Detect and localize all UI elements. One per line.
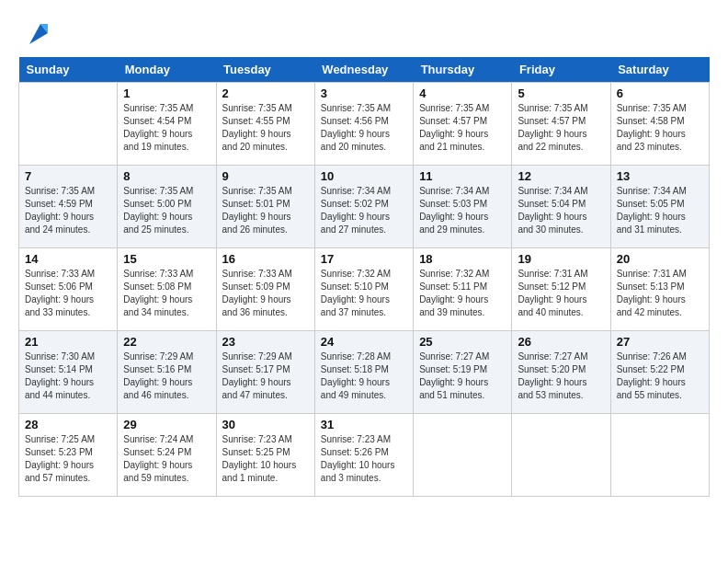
day-number: 29 xyxy=(123,418,210,431)
cell-sun-info: Sunrise: 7:33 AMSunset: 5:09 PMDaylight:… xyxy=(222,268,309,319)
calendar-cell: 21Sunrise: 7:30 AMSunset: 5:14 PMDayligh… xyxy=(19,331,118,414)
logo xyxy=(18,18,50,48)
calendar-week-row: 28Sunrise: 7:25 AMSunset: 5:23 PMDayligh… xyxy=(19,414,710,497)
day-number: 7 xyxy=(25,169,111,183)
cell-sun-info: Sunrise: 7:35 AMSunset: 5:00 PMDaylight:… xyxy=(123,185,210,236)
cell-sun-info: Sunrise: 7:35 AMSunset: 4:57 PMDaylight:… xyxy=(419,102,506,154)
calendar-cell: 17Sunrise: 7:32 AMSunset: 5:10 PMDayligh… xyxy=(314,248,413,331)
calendar-cell xyxy=(610,414,709,497)
cell-sun-info: Sunrise: 7:24 AMSunset: 5:24 PMDaylight:… xyxy=(123,433,210,485)
calendar-cell: 23Sunrise: 7:29 AMSunset: 5:17 PMDayligh… xyxy=(216,331,314,414)
day-number: 5 xyxy=(518,86,604,100)
calendar-cell: 8Sunrise: 7:35 AMSunset: 5:00 PMDaylight… xyxy=(118,166,216,248)
day-number: 1 xyxy=(123,86,210,100)
calendar-cell: 2Sunrise: 7:35 AMSunset: 4:55 PMDaylight… xyxy=(216,83,314,166)
calendar-cell: 19Sunrise: 7:31 AMSunset: 5:12 PMDayligh… xyxy=(512,248,610,331)
calendar-cell: 25Sunrise: 7:27 AMSunset: 5:19 PMDayligh… xyxy=(414,331,512,414)
weekday-header-monday: Monday xyxy=(118,57,216,83)
day-number: 24 xyxy=(321,335,407,349)
day-number: 25 xyxy=(419,335,506,349)
calendar-cell: 16Sunrise: 7:33 AMSunset: 5:09 PMDayligh… xyxy=(216,248,314,331)
day-number: 18 xyxy=(419,252,506,266)
day-number: 28 xyxy=(25,418,111,431)
cell-sun-info: Sunrise: 7:34 AMSunset: 5:04 PMDaylight:… xyxy=(518,185,604,236)
day-number: 9 xyxy=(222,169,309,183)
cell-sun-info: Sunrise: 7:35 AMSunset: 4:57 PMDaylight:… xyxy=(518,102,604,154)
calendar-cell: 31Sunrise: 7:23 AMSunset: 5:26 PMDayligh… xyxy=(314,414,413,497)
cell-sun-info: Sunrise: 7:35 AMSunset: 4:55 PMDaylight:… xyxy=(222,102,309,154)
calendar-cell: 22Sunrise: 7:29 AMSunset: 5:16 PMDayligh… xyxy=(118,331,216,414)
logo-icon xyxy=(20,18,50,48)
calendar-cell xyxy=(414,414,512,497)
cell-sun-info: Sunrise: 7:31 AMSunset: 5:12 PMDaylight:… xyxy=(518,268,604,319)
weekday-header-row: SundayMondayTuesdayWednesdayThursdayFrid… xyxy=(19,57,710,83)
calendar-cell: 29Sunrise: 7:24 AMSunset: 5:24 PMDayligh… xyxy=(118,414,216,497)
calendar-week-row: 14Sunrise: 7:33 AMSunset: 5:06 PMDayligh… xyxy=(19,248,710,331)
day-number: 10 xyxy=(321,169,407,183)
weekday-header-saturday: Saturday xyxy=(610,57,709,83)
cell-sun-info: Sunrise: 7:34 AMSunset: 5:05 PMDaylight:… xyxy=(617,185,703,236)
calendar-table: SundayMondayTuesdayWednesdayThursdayFrid… xyxy=(18,57,710,497)
calendar-cell: 6Sunrise: 7:35 AMSunset: 4:58 PMDaylight… xyxy=(610,83,709,166)
day-number: 15 xyxy=(123,252,210,266)
day-number: 27 xyxy=(617,335,703,349)
weekday-header-sunday: Sunday xyxy=(19,57,118,83)
day-number: 30 xyxy=(222,418,309,431)
calendar-cell xyxy=(19,83,118,166)
calendar-week-row: 7Sunrise: 7:35 AMSunset: 4:59 PMDaylight… xyxy=(19,166,710,248)
calendar-cell: 20Sunrise: 7:31 AMSunset: 5:13 PMDayligh… xyxy=(610,248,709,331)
calendar-cell: 28Sunrise: 7:25 AMSunset: 5:23 PMDayligh… xyxy=(19,414,118,497)
day-number: 26 xyxy=(518,335,604,349)
cell-sun-info: Sunrise: 7:27 AMSunset: 5:20 PMDaylight:… xyxy=(518,350,604,402)
cell-sun-info: Sunrise: 7:27 AMSunset: 5:19 PMDaylight:… xyxy=(419,350,506,402)
day-number: 31 xyxy=(321,418,407,431)
calendar-cell: 27Sunrise: 7:26 AMSunset: 5:22 PMDayligh… xyxy=(610,331,709,414)
day-number: 16 xyxy=(222,252,309,266)
cell-sun-info: Sunrise: 7:32 AMSunset: 5:10 PMDaylight:… xyxy=(321,268,407,319)
cell-sun-info: Sunrise: 7:35 AMSunset: 4:58 PMDaylight:… xyxy=(617,102,703,154)
weekday-header-friday: Friday xyxy=(512,57,610,83)
cell-sun-info: Sunrise: 7:35 AMSunset: 4:59 PMDaylight:… xyxy=(25,185,111,236)
calendar-cell: 10Sunrise: 7:34 AMSunset: 5:02 PMDayligh… xyxy=(314,166,413,248)
day-number: 4 xyxy=(419,86,506,100)
day-number: 8 xyxy=(123,169,210,183)
cell-sun-info: Sunrise: 7:35 AMSunset: 4:54 PMDaylight:… xyxy=(123,102,210,154)
cell-sun-info: Sunrise: 7:30 AMSunset: 5:14 PMDaylight:… xyxy=(25,350,111,402)
calendar-cell: 11Sunrise: 7:34 AMSunset: 5:03 PMDayligh… xyxy=(414,166,512,248)
cell-sun-info: Sunrise: 7:35 AMSunset: 4:56 PMDaylight:… xyxy=(321,102,407,154)
day-number: 3 xyxy=(321,86,407,100)
day-number: 2 xyxy=(222,86,309,100)
day-number: 22 xyxy=(123,335,210,349)
day-number: 23 xyxy=(222,335,309,349)
weekday-header-thursday: Thursday xyxy=(414,57,512,83)
weekday-header-tuesday: Tuesday xyxy=(216,57,314,83)
day-number: 17 xyxy=(321,252,407,266)
cell-sun-info: Sunrise: 7:33 AMSunset: 5:08 PMDaylight:… xyxy=(123,268,210,319)
cell-sun-info: Sunrise: 7:34 AMSunset: 5:03 PMDaylight:… xyxy=(419,185,506,236)
calendar-cell: 24Sunrise: 7:28 AMSunset: 5:18 PMDayligh… xyxy=(314,331,413,414)
calendar-cell: 4Sunrise: 7:35 AMSunset: 4:57 PMDaylight… xyxy=(414,83,512,166)
calendar-cell: 7Sunrise: 7:35 AMSunset: 4:59 PMDaylight… xyxy=(19,166,118,248)
cell-sun-info: Sunrise: 7:25 AMSunset: 5:23 PMDaylight:… xyxy=(25,433,111,485)
cell-sun-info: Sunrise: 7:23 AMSunset: 5:25 PMDaylight:… xyxy=(222,433,309,485)
calendar-cell: 13Sunrise: 7:34 AMSunset: 5:05 PMDayligh… xyxy=(610,166,709,248)
cell-sun-info: Sunrise: 7:28 AMSunset: 5:18 PMDaylight:… xyxy=(321,350,407,402)
calendar-cell: 3Sunrise: 7:35 AMSunset: 4:56 PMDaylight… xyxy=(314,83,413,166)
cell-sun-info: Sunrise: 7:29 AMSunset: 5:16 PMDaylight:… xyxy=(123,350,210,402)
calendar-cell: 26Sunrise: 7:27 AMSunset: 5:20 PMDayligh… xyxy=(512,331,610,414)
calendar-cell: 15Sunrise: 7:33 AMSunset: 5:08 PMDayligh… xyxy=(118,248,216,331)
calendar-cell: 30Sunrise: 7:23 AMSunset: 5:25 PMDayligh… xyxy=(216,414,314,497)
weekday-header-wednesday: Wednesday xyxy=(314,57,413,83)
cell-sun-info: Sunrise: 7:29 AMSunset: 5:17 PMDaylight:… xyxy=(222,350,309,402)
day-number: 11 xyxy=(419,169,506,183)
day-number: 14 xyxy=(25,252,111,266)
day-number: 6 xyxy=(617,86,703,100)
calendar-cell: 5Sunrise: 7:35 AMSunset: 4:57 PMDaylight… xyxy=(512,83,610,166)
calendar-cell xyxy=(512,414,610,497)
calendar-cell: 12Sunrise: 7:34 AMSunset: 5:04 PMDayligh… xyxy=(512,166,610,248)
day-number: 20 xyxy=(617,252,703,266)
cell-sun-info: Sunrise: 7:33 AMSunset: 5:06 PMDaylight:… xyxy=(25,268,111,319)
calendar-cell: 1Sunrise: 7:35 AMSunset: 4:54 PMDaylight… xyxy=(118,83,216,166)
calendar-cell: 14Sunrise: 7:33 AMSunset: 5:06 PMDayligh… xyxy=(19,248,118,331)
calendar-cell: 9Sunrise: 7:35 AMSunset: 5:01 PMDaylight… xyxy=(216,166,314,248)
